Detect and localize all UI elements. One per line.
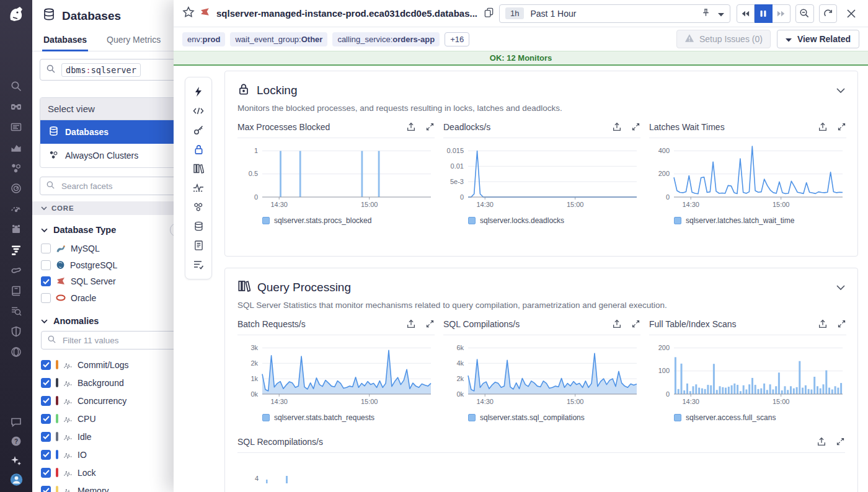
checkbox[interactable] — [41, 293, 51, 303]
cubes-icon[interactable] — [192, 201, 205, 213]
expand-icon[interactable] — [837, 122, 846, 132]
synthetics-icon[interactable] — [10, 202, 23, 215]
rewind-button[interactable] — [737, 4, 755, 23]
document-icon[interactable] — [192, 239, 205, 252]
activity-icon[interactable] — [192, 182, 205, 194]
search-token[interactable]: dbms:sqlserver — [61, 63, 141, 77]
anomalies-filter-input[interactable] — [61, 335, 179, 346]
chart-plot[interactable]: 00.5114:3015:00 — [237, 140, 435, 213]
export-icon[interactable] — [818, 122, 828, 132]
core-section-header[interactable]: CORE — [32, 201, 185, 215]
facet-title-row[interactable]: Anomalies — [41, 316, 175, 326]
bolt-icon[interactable] — [192, 86, 205, 98]
view-option-databases[interactable]: Databases — [40, 120, 184, 144]
chat-icon[interactable] — [10, 415, 23, 428]
code-icon[interactable] — [192, 105, 205, 117]
chart-legend[interactable]: sqlserver.stats.sql_compilations — [468, 413, 640, 422]
notebooks-icon[interactable] — [10, 284, 23, 297]
checkbox[interactable] — [41, 378, 51, 388]
chart-plot[interactable]: 0k2k4k6k14:3015:00 — [443, 337, 640, 410]
export-icon[interactable] — [406, 122, 416, 132]
lock-icon[interactable] — [192, 143, 205, 156]
tab-query-metrics[interactable]: Query Metrics — [105, 30, 162, 51]
facet-option-memory[interactable]: Memory — [41, 481, 175, 492]
expand-icon[interactable] — [631, 122, 640, 132]
expand-icon[interactable] — [425, 122, 435, 132]
search-icon[interactable] — [10, 79, 23, 92]
help-icon[interactable]: ? — [10, 434, 23, 447]
checkbox[interactable] — [41, 486, 51, 492]
checkbox[interactable] — [41, 260, 51, 270]
chart-plot[interactable]: 0k1k2k3k14:3015:00 — [237, 337, 435, 410]
star-icon[interactable] — [182, 6, 195, 21]
expand-icon[interactable] — [631, 319, 640, 329]
network-icon[interactable] — [10, 345, 23, 358]
more-tags-pill[interactable]: +16 — [445, 32, 469, 46]
whats-new-icon[interactable] — [10, 454, 23, 467]
facet-option-cpu[interactable]: CPU — [41, 410, 175, 428]
facet-option-lock[interactable]: Lock — [41, 463, 175, 481]
chevron-down-icon[interactable] — [836, 85, 845, 96]
expand-icon[interactable] — [837, 319, 846, 329]
integrations-icon[interactable] — [10, 222, 23, 235]
chart-legend[interactable]: sqlserver.stats.procs_blocked — [262, 216, 435, 225]
export-icon[interactable] — [817, 437, 826, 447]
service-map-icon[interactable] — [10, 263, 23, 276]
zoom-out-button[interactable] — [795, 4, 814, 23]
chart-legend[interactable]: sqlserver.locks.deadlocks — [468, 216, 640, 225]
tab-databases[interactable]: Databases — [42, 30, 88, 51]
database-icon[interactable] — [192, 220, 205, 232]
facet-title-row[interactable]: Database Type — [41, 225, 175, 235]
tag-pill[interactable]: wait_event_group:Other — [230, 32, 327, 46]
chart-legend[interactable]: sqlserver.access.full_scans — [674, 413, 846, 422]
facet-option-oracle[interactable]: Oracle — [41, 290, 175, 307]
facet-option-concurrency[interactable]: Concurrency — [41, 392, 175, 410]
close-icon[interactable] — [843, 6, 859, 22]
watchdog-icon[interactable] — [10, 100, 23, 113]
facet-search-input[interactable] — [60, 181, 179, 191]
view-related-button[interactable]: View Related — [777, 30, 859, 48]
library-icon[interactable] — [192, 162, 205, 175]
user-avatar[interactable] — [10, 473, 23, 486]
pin-icon[interactable] — [701, 7, 711, 20]
export-icon[interactable] — [406, 319, 416, 329]
checkbox[interactable] — [41, 360, 51, 370]
events-icon[interactable] — [10, 120, 23, 133]
tag-pill[interactable]: env:prod — [182, 32, 225, 46]
facet-option-postgresql[interactable]: PostgreSQL — [41, 257, 175, 274]
tag-pill[interactable]: calling_service:orders-app — [332, 32, 440, 46]
checkbox[interactable] — [41, 468, 51, 478]
chart-plot[interactable]: 010020014:3015:00 — [649, 337, 846, 410]
logs-icon[interactable] — [10, 304, 23, 317]
fast-forward-button[interactable] — [773, 4, 790, 23]
refresh-icon[interactable] — [819, 4, 838, 23]
metrics-icon[interactable] — [10, 141, 23, 154]
monitors-status-banner[interactable]: OK: 12 Monitors — [174, 51, 868, 66]
chart-plot[interactable]: 05e-30.010.01514:3015:00 — [443, 140, 640, 213]
facet-option-io[interactable]: IO — [41, 446, 175, 463]
view-option-alwayson-clusters[interactable]: AlwaysOn Clusters — [40, 144, 184, 167]
chart-plot-partial[interactable]: 4 — [237, 455, 846, 483]
facet-option-background[interactable]: Background — [41, 374, 175, 392]
chart-legend[interactable]: sqlserver.latches.latch_wait_time — [674, 216, 846, 225]
pause-button[interactable] — [755, 4, 773, 23]
security-icon[interactable] — [10, 325, 23, 338]
checkbox[interactable] — [41, 244, 51, 253]
facet-option-sql-server[interactable]: SQL Server — [41, 273, 175, 290]
export-icon[interactable] — [818, 319, 828, 329]
apm-icon[interactable] — [10, 161, 23, 174]
time-range-selector[interactable]: 1h Past 1 Hour — [499, 4, 730, 23]
facet-option-mysql[interactable]: MySQL — [41, 240, 175, 257]
checklist-icon[interactable] — [192, 258, 205, 271]
search-input[interactable]: dbms:sqlserver — [40, 59, 185, 81]
export-icon[interactable] — [612, 122, 622, 132]
export-icon[interactable] — [612, 319, 622, 329]
checkbox[interactable] — [41, 396, 51, 406]
key-icon[interactable] — [192, 124, 205, 136]
setup-issues-button[interactable]: Setup Issues (0) — [676, 30, 771, 48]
datadog-logo-icon[interactable] — [7, 5, 25, 26]
databases-icon-active[interactable] — [10, 243, 23, 256]
checkbox[interactable] — [41, 276, 51, 286]
chart-legend[interactable]: sqlserver.stats.batch_requests — [262, 413, 435, 422]
facet-option-commit-logs[interactable]: Commit/Logs — [41, 356, 175, 374]
